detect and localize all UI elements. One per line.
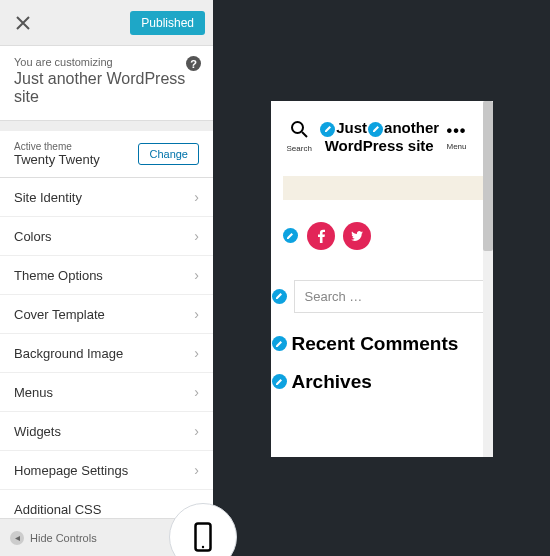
- close-button[interactable]: [0, 0, 46, 46]
- hide-controls-button[interactable]: ◂ Hide Controls: [10, 531, 97, 545]
- option-colors[interactable]: Colors›: [0, 217, 213, 256]
- preview-area: Search Just another WordPress site ••• M…: [213, 0, 550, 556]
- chevron-right-icon: ›: [194, 462, 199, 478]
- scrollbar[interactable]: [483, 101, 493, 457]
- option-theme-options[interactable]: Theme Options›: [0, 256, 213, 295]
- mobile-preview-frame: Search Just another WordPress site ••• M…: [271, 101, 493, 457]
- title-part: Just: [336, 119, 367, 136]
- theme-name: Twenty Twenty: [14, 152, 100, 167]
- option-homepage-settings[interactable]: Homepage Settings›: [0, 451, 213, 490]
- collapse-icon: ◂: [10, 531, 24, 545]
- content-strip: [283, 176, 483, 200]
- edit-shortcut-icon[interactable]: [283, 228, 298, 243]
- option-background-image[interactable]: Background Image›: [0, 334, 213, 373]
- site-title[interactable]: Just another WordPress site: [318, 119, 441, 154]
- widget-recent-comments: Recent Comments: [271, 333, 467, 355]
- svg-point-3: [292, 122, 303, 133]
- chevron-right-icon: ›: [194, 267, 199, 283]
- facebook-button[interactable]: [307, 222, 335, 250]
- info-subtext: You are customizing: [14, 56, 199, 68]
- menu-label: Menu: [446, 142, 466, 151]
- edit-shortcut-icon[interactable]: [320, 122, 335, 137]
- option-widgets[interactable]: Widgets›: [0, 412, 213, 451]
- hide-controls-label: Hide Controls: [30, 532, 97, 544]
- search-widget: SEARCH: [271, 280, 467, 313]
- widget-archives: Archives: [271, 371, 467, 393]
- scrollbar-thumb[interactable]: [483, 101, 493, 251]
- social-links: [282, 222, 467, 250]
- option-label: Theme Options: [14, 268, 103, 283]
- title-part: WordPress site: [325, 137, 434, 154]
- option-label: Widgets: [14, 424, 61, 439]
- chevron-right-icon: ›: [194, 228, 199, 244]
- edit-shortcut-icon[interactable]: [272, 336, 287, 351]
- edit-shortcut-icon[interactable]: [272, 289, 287, 304]
- option-cover-template[interactable]: Cover Template›: [0, 295, 213, 334]
- mobile-icon: [194, 522, 212, 552]
- close-icon: [16, 16, 30, 30]
- mobile-search-button[interactable]: Search: [287, 120, 312, 153]
- sidebar-header: Published: [0, 0, 213, 46]
- edit-shortcut-icon[interactable]: [368, 122, 383, 137]
- chevron-right-icon: ›: [194, 345, 199, 361]
- option-label: Site Identity: [14, 190, 82, 205]
- twitter-button[interactable]: [343, 222, 371, 250]
- title-part: another: [384, 119, 439, 136]
- option-site-identity[interactable]: Site Identity›: [0, 178, 213, 217]
- svg-point-2: [202, 546, 204, 548]
- search-icon: [290, 120, 308, 138]
- option-label: Homepage Settings: [14, 463, 128, 478]
- options-list: Site Identity› Colors› Theme Options› Co…: [0, 178, 213, 529]
- chevron-right-icon: ›: [194, 423, 199, 439]
- search-input[interactable]: [294, 280, 484, 313]
- facebook-icon: [314, 229, 328, 243]
- change-theme-button[interactable]: Change: [138, 143, 199, 165]
- theme-sublabel: Active theme: [14, 141, 100, 152]
- option-label: Additional CSS: [14, 502, 101, 517]
- option-label: Cover Template: [14, 307, 105, 322]
- customizing-info: ? You are customizing Just another WordP…: [0, 46, 213, 121]
- chevron-right-icon: ›: [194, 384, 199, 400]
- chevron-right-icon: ›: [194, 189, 199, 205]
- mobile-menu-button[interactable]: ••• Menu: [446, 122, 466, 151]
- search-label: Search: [287, 144, 312, 153]
- mobile-header: Search Just another WordPress site ••• M…: [287, 119, 467, 154]
- twitter-icon: [350, 229, 364, 243]
- chevron-right-icon: ›: [194, 306, 199, 322]
- option-menus[interactable]: Menus›: [0, 373, 213, 412]
- publish-button[interactable]: Published: [130, 11, 205, 35]
- widget-title-text: Archives: [292, 371, 372, 393]
- option-label: Colors: [14, 229, 52, 244]
- help-icon[interactable]: ?: [186, 56, 201, 71]
- option-label: Menus: [14, 385, 53, 400]
- widget-title-text: Recent Comments: [292, 333, 459, 355]
- theme-block: Active theme Twenty Twenty Change: [0, 131, 213, 178]
- edit-shortcut-icon[interactable]: [272, 374, 287, 389]
- info-title: Just another WordPress site: [14, 70, 199, 106]
- menu-dots-icon: •••: [446, 122, 466, 140]
- option-label: Background Image: [14, 346, 123, 361]
- customizer-sidebar: Published ? You are customizing Just ano…: [0, 0, 213, 556]
